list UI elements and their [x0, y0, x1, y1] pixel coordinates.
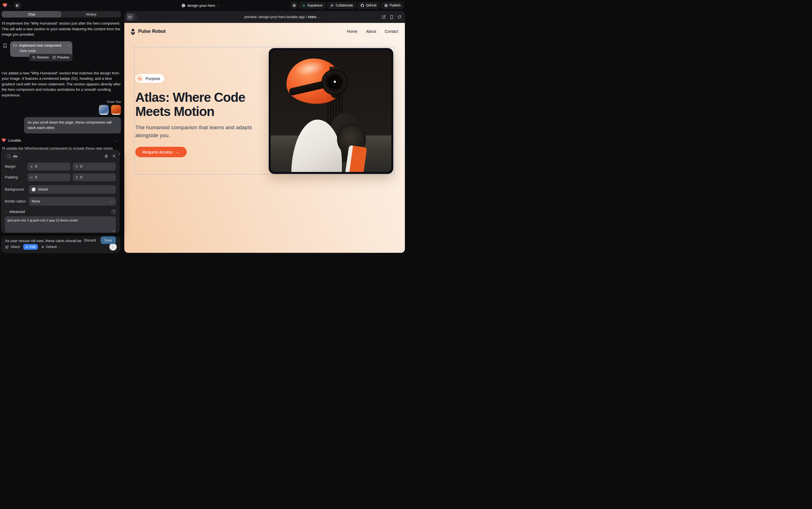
site-nav: Home About Contact [347, 29, 398, 34]
attachment-thumbnails [2, 105, 121, 115]
hero-heading: Atlas: Where Code Meets Motion [135, 90, 271, 118]
advanced-chevron-down-icon[interactable]: ⌄ [5, 210, 7, 213]
nav-about[interactable]: About [366, 29, 376, 34]
mode-label: Default [46, 245, 57, 249]
dashed-selection-icon [7, 155, 11, 158]
discard-button[interactable]: Discard [84, 238, 96, 242]
supabase-button[interactable]: Supabase [299, 2, 326, 8]
settings-button[interactable] [291, 2, 297, 8]
preview-url: preview--design-your-hero.lovable.app [245, 15, 304, 19]
request-access-button[interactable]: Request Access → [135, 147, 187, 157]
site-brand[interactable]: Pulse Robot [130, 28, 165, 35]
margin-y-input[interactable]: 0 [73, 163, 116, 171]
border-radius-value: None [32, 199, 40, 203]
site-brand-name: Pulse Robot [138, 29, 165, 34]
hero-section-selected[interactable]: Purpose Atlas: Where Code Meets Motion T… [134, 47, 395, 174]
nav-contact[interactable]: Contact [385, 29, 398, 34]
chat-tabs: Chat History [2, 11, 121, 18]
send-button[interactable]: ↑ [109, 243, 117, 250]
preview-toolbar: preview--design-your-hero.lovable.app / … [124, 11, 405, 23]
robot-helmet-gloss [293, 59, 327, 78]
restore-icon [32, 56, 36, 59]
assistant-name: Lovable [8, 138, 21, 142]
publish-button[interactable]: Publish [381, 2, 403, 8]
robot-camera-lens [323, 70, 346, 94]
logo-chevron-down-icon[interactable]: ⌄ [9, 4, 11, 7]
margin-y-value: 0 [80, 165, 82, 169]
robot-helmet [287, 59, 343, 103]
nav-home[interactable]: Home [347, 29, 358, 34]
transparency-swatch-icon [32, 188, 36, 192]
mode-selector[interactable]: Default ⌄ [41, 245, 61, 249]
preview-url-separator: / [306, 15, 306, 19]
from-you-label: From You [2, 100, 121, 103]
assistant-header: Lovable … [2, 138, 121, 142]
top-bar: ⌄ design-your-hero ⌄ [0, 0, 406, 11]
padding-label: Padding [5, 175, 27, 179]
help-icon[interactable]: ? [112, 209, 116, 214]
preview-page: index [308, 15, 317, 19]
site-header: Pulse Robot Home About Contact [124, 26, 405, 36]
background-value: Inherit [38, 188, 48, 192]
message-menu-icon[interactable]: … [114, 139, 118, 142]
purpose-badge-label: Purpose [146, 76, 160, 81]
supabase-label: Supabase [307, 3, 323, 7]
url-chevron-down-icon: ⌄ [318, 15, 320, 19]
element-inspector: div Margin 0 0 Padding [1, 149, 119, 233]
attachment-thumbnail-orange[interactable] [111, 105, 121, 115]
margin-x-input[interactable]: 0 [27, 163, 71, 171]
project-chevron-down-icon: ⌄ [217, 4, 219, 7]
bookmark-icon[interactable] [3, 43, 7, 48]
external-link-icon [52, 56, 56, 59]
assistant-message-2: I've added a new "Why Humanoid" section … [2, 70, 121, 98]
github-icon [361, 4, 364, 7]
selected-element-tag: div [13, 154, 18, 158]
close-inspector-icon[interactable] [112, 154, 116, 158]
preview-label: Preview [57, 56, 69, 59]
attach-button[interactable]: Attach [5, 245, 20, 249]
border-radius-select[interactable]: None ⌄ [29, 197, 116, 206]
code-icon [13, 44, 17, 47]
padding-y-input[interactable]: 0 [73, 173, 116, 181]
card-hover-actions: Restore Preview [29, 54, 72, 61]
publish-label: Publish [390, 3, 401, 7]
project-globe-icon [181, 3, 185, 8]
lovable-app: ⌄ design-your-hero ⌄ [0, 0, 406, 254]
advanced-classes-textarea[interactable]: grid grid-cols-1 lg:grid-cols-2 gap-12 i… [5, 216, 116, 232]
selected-element-chip[interactable]: div [5, 153, 22, 160]
code-view-toggle[interactable] [126, 13, 137, 21]
open-in-new-tab-icon[interactable] [382, 15, 386, 19]
padding-x-input[interactable]: 0 [27, 173, 71, 181]
preview-button[interactable]: Preview [52, 56, 69, 59]
project-name: design-your-hero [187, 3, 215, 8]
attachment-thumbnail-blue[interactable] [99, 105, 109, 115]
tab-chat[interactable]: Chat [2, 11, 61, 18]
lovable-logo-icon[interactable] [3, 3, 7, 8]
github-button[interactable]: GitHub [358, 2, 379, 8]
view-code-link[interactable]: View code [20, 49, 70, 53]
collaborate-icon [330, 4, 334, 7]
preview-url-bar[interactable]: preview--design-your-hero.lovable.app / … [142, 11, 405, 23]
layers-logo-icon [130, 28, 136, 35]
delete-element-icon[interactable] [104, 154, 108, 158]
tab-history[interactable]: History [61, 11, 121, 18]
project-selector[interactable]: design-your-hero ⌄ [181, 3, 220, 8]
border-radius-label: Border radius [5, 199, 29, 203]
site-preview: Pulse Robot Home About Contact [124, 23, 405, 253]
gear-icon [292, 4, 296, 7]
sliders-icon [41, 245, 45, 248]
toggle-sidebar-button[interactable] [14, 2, 21, 9]
collaborate-button[interactable]: Collaborate [327, 2, 356, 8]
refresh-icon[interactable] [398, 15, 402, 19]
component-card-zone: Implement new component › View code Rest… [2, 41, 121, 67]
restore-button[interactable]: Restore [32, 56, 49, 59]
padding-y-value: 0 [80, 175, 82, 179]
background-input[interactable]: Inherit [29, 185, 116, 194]
save-button[interactable]: Save [101, 236, 116, 244]
edit-mode-button[interactable]: Edit [23, 244, 38, 250]
code-toggle-icon [128, 15, 132, 19]
user-message-bubble: As you scroll down the page, these compo… [24, 117, 121, 133]
mobile-view-icon[interactable] [390, 15, 393, 19]
background-label: Background [5, 188, 29, 192]
request-access-label: Request Access [142, 149, 173, 155]
